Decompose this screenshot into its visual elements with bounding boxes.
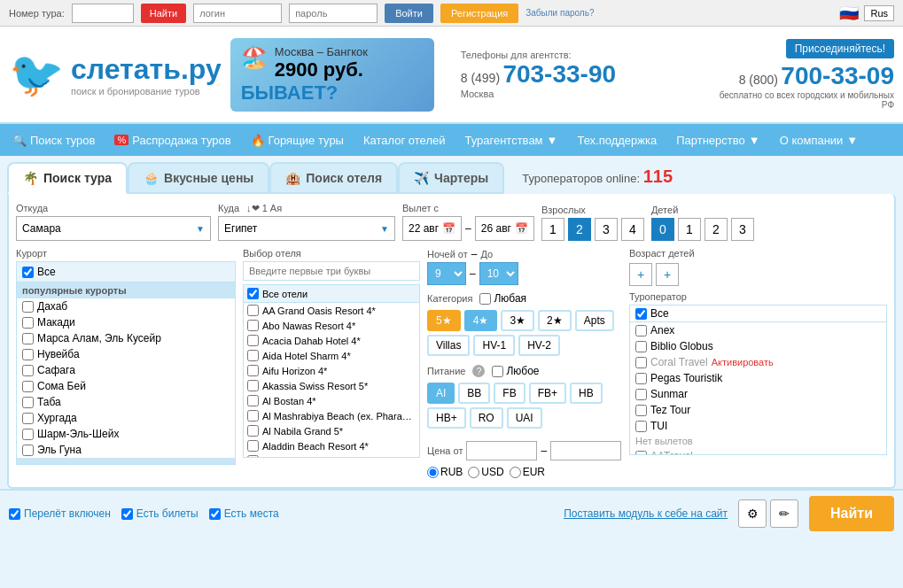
meal-hint-icon[interactable]: ? [472, 365, 485, 377]
operator-coral[interactable]: Coral Travel Активировать [630, 354, 886, 370]
cat-any-checkbox[interactable] [479, 293, 491, 305]
depart-to-date[interactable]: 26 авг 📅 [475, 216, 534, 241]
tickets-available-checkbox[interactable] [121, 508, 133, 520]
nav-partnership[interactable]: Партнерство ▼ [667, 124, 768, 156]
cat-4star-button[interactable]: 4★ [464, 310, 498, 331]
nav-sale-tours[interactable]: % Распродажа туров [105, 124, 239, 156]
nav-for-agents[interactable]: Турагентствам ▼ [455, 124, 566, 156]
price-from-input[interactable] [466, 441, 537, 460]
hotel-al-nabila[interactable]: Al Nabila Grand 5* [244, 423, 419, 438]
resort-makadi[interactable]: Макади [17, 314, 235, 330]
depart-from-date[interactable]: 22 авг 📅 [402, 216, 462, 241]
hotel-list[interactable]: Все отели AA Grand Oasis Resort 4* Abo N… [243, 284, 420, 458]
meal-fb-button[interactable]: FB [494, 383, 525, 404]
adults-1-button[interactable]: 1 [541, 218, 564, 241]
currency-eur[interactable]: EUR [510, 466, 545, 478]
meal-uai-button[interactable]: UAI [507, 407, 542, 429]
check-tickets-available[interactable]: Есть билеты [121, 507, 199, 520]
hotel-search-input[interactable] [243, 261, 420, 281]
resort-safaga[interactable]: Сафага [17, 362, 235, 378]
to-select[interactable]: Египет ▼ [218, 216, 395, 241]
cat-2star-button[interactable]: 2★ [538, 310, 572, 331]
nav-support[interactable]: Тех.поддержка [568, 124, 666, 156]
adults-2-button[interactable]: 2 [568, 218, 591, 241]
operator-anex[interactable]: Anex [630, 322, 886, 338]
operator-biblio[interactable]: Biblio Globus [630, 338, 886, 354]
tab-search-hotel[interactable]: 🏨 Поиск отеля [269, 162, 398, 194]
password-input[interactable] [289, 4, 378, 23]
resort-sharm[interactable]: Шарм-Эль-Шейх [17, 426, 235, 442]
nav-hotel-catalog[interactable]: Каталог отелей [354, 124, 455, 156]
login-button[interactable]: Войти [385, 4, 433, 23]
operator-tez[interactable]: Tez Tour [630, 402, 886, 418]
tab-tasty-prices[interactable]: 🧁 Вкусные цены [128, 162, 269, 194]
seats-available-checkbox[interactable] [209, 508, 221, 520]
child-age-minus[interactable]: + [629, 263, 652, 286]
op-all-checkbox[interactable] [635, 308, 647, 320]
resort-dahab[interactable]: Дахаб [17, 298, 235, 314]
hotel-all-checkbox[interactable] [247, 288, 259, 299]
nav-hot-tours[interactable]: 🔥 Горящие туры [242, 124, 353, 156]
operator-tui[interactable]: TUI [630, 418, 886, 434]
hotel-aa-grand[interactable]: AA Grand Oasis Resort 4* [244, 303, 419, 318]
hotel-aida[interactable]: Aida Hotel Sharm 4* [244, 348, 419, 363]
cat-3star-button[interactable]: 3★ [501, 310, 534, 331]
meal-bb-button[interactable]: BB [458, 383, 490, 404]
hotel-acacia[interactable]: Acacia Dahab Hotel 4* [244, 333, 419, 348]
nights-to-select[interactable]: 101112 [479, 262, 518, 285]
cat-apts-button[interactable]: Apts [575, 310, 614, 331]
login-input[interactable] [193, 4, 282, 23]
meal-ro-button[interactable]: RO [470, 407, 503, 429]
find-main-button[interactable]: Найти [809, 496, 894, 531]
hotel-abo-nawas[interactable]: Abo Nawas Resort 4* [244, 318, 419, 333]
resort-taba[interactable]: Таба [17, 394, 235, 410]
resort-all-item[interactable]: Все [17, 262, 235, 282]
resort-nuweiba[interactable]: Нувейба [17, 346, 235, 362]
promo-banner[interactable]: 🏖️ Москва – Бангкок 2900 руб. БЫВАЕТ? [230, 38, 434, 112]
hotel-aifu[interactable]: Aifu Horizon 4* [244, 363, 419, 378]
operator-sunmar[interactable]: Sunmar [630, 386, 886, 402]
cat-villas-button[interactable]: Villas [427, 335, 470, 356]
resort-soma-bay[interactable]: Сома Бей [17, 378, 235, 394]
cat-hv1-button[interactable]: HV-1 [473, 335, 515, 356]
children-0-button[interactable]: 0 [651, 218, 674, 241]
operator-aatravel[interactable]: AATravel [630, 448, 886, 455]
meal-any-checkbox[interactable] [492, 366, 503, 377]
price-to-input[interactable] [550, 441, 621, 460]
currency-rub[interactable]: RUB [427, 466, 463, 478]
forgot-password-link[interactable]: Забыли пароль? [525, 8, 594, 18]
language-button[interactable]: Rus [864, 5, 894, 21]
hotel-all-item[interactable]: Все отели [244, 285, 419, 303]
children-2-button[interactable]: 2 [704, 218, 728, 241]
meal-hb-button[interactable]: HB [570, 383, 603, 404]
children-1-button[interactable]: 1 [678, 218, 701, 241]
logo-name[interactable]: слетать.ру [71, 53, 222, 86]
find-tour-button[interactable]: Найти [141, 4, 186, 23]
resort-hurghada[interactable]: Хургада [17, 410, 235, 426]
tour-number-input[interactable] [72, 4, 134, 23]
hotel-aladdin[interactable]: Aladdin Beach Resort 4* [244, 438, 419, 453]
hotel-akassia[interactable]: Akassia Swiss Resort 5* [244, 378, 419, 393]
nights-from-select[interactable]: 91011 [427, 262, 466, 285]
resort-el-gouna[interactable]: Эль Гуна [17, 442, 235, 458]
hotel-al-mashrabiya[interactable]: Al Mashrabiya Beach (ex. Phara… [244, 408, 419, 423]
category-any[interactable]: Любая [479, 292, 526, 305]
register-button[interactable]: Регистрация [440, 4, 518, 23]
edit-icon-button[interactable]: ✏ [770, 499, 798, 528]
child-age-plus[interactable]: + [656, 263, 679, 286]
settings-icon-button[interactable]: ⚙ [738, 499, 767, 528]
meal-fbplus-button[interactable]: FB+ [529, 383, 566, 404]
cat-hv2-button[interactable]: HV-2 [518, 335, 560, 356]
resort-marsa-alam[interactable]: Марса Алам, Эль Кусейр [17, 330, 235, 346]
children-3-button[interactable]: 3 [731, 218, 754, 241]
nav-about[interactable]: О компании ▼ [771, 124, 868, 156]
nav-search-tours[interactable]: 🔍 Поиск туров [4, 124, 104, 156]
flight-included-checkbox[interactable] [9, 508, 20, 520]
operator-pegas[interactable]: Pegas Touristik [630, 370, 886, 386]
adults-4-button[interactable]: 4 [621, 218, 644, 241]
resort-all-checkbox[interactable] [22, 267, 34, 278]
sort-control[interactable]: ↓❤ 1 Ая [246, 203, 282, 214]
coral-activate-link[interactable]: Активировать [712, 357, 774, 368]
tab-search-tour[interactable]: 🌴 Поиск тура [7, 162, 128, 194]
from-select[interactable]: Самара ▼ [16, 216, 211, 241]
